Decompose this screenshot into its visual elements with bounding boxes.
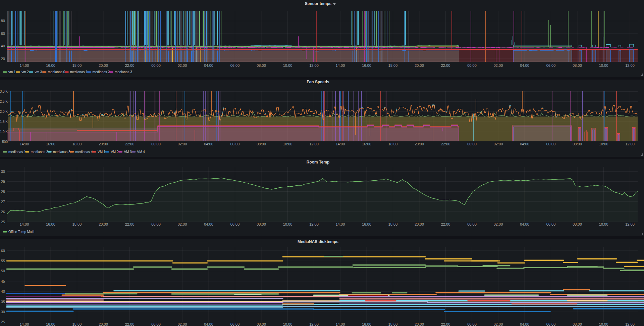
svg-text:60: 60 <box>1 249 5 253</box>
svg-text:00:00: 00:00 <box>151 142 161 146</box>
svg-text:30: 30 <box>1 310 5 314</box>
svg-text:22:00: 22:00 <box>441 322 450 326</box>
svg-text:14:00: 14:00 <box>20 142 29 146</box>
svg-text:Room Temp: Room Temp <box>307 160 329 165</box>
svg-text:1.0 K: 1.0 K <box>0 130 8 134</box>
svg-text:10:00: 10:00 <box>599 222 608 226</box>
svg-text:06:00: 06:00 <box>546 322 556 326</box>
svg-text:14:00: 14:00 <box>20 322 29 326</box>
svg-text:VM 4: VM 4 <box>137 150 145 154</box>
svg-text:35: 35 <box>1 300 5 304</box>
svg-text:40: 40 <box>1 44 5 48</box>
svg-text:04:00: 04:00 <box>204 63 213 67</box>
svg-text:medianas 0: medianas 0 <box>48 70 65 74</box>
svg-text:08:00: 08:00 <box>573 222 582 226</box>
svg-text:18:00: 18:00 <box>72 222 82 226</box>
svg-text:00:00: 00:00 <box>151 322 161 326</box>
svg-text:12:00: 12:00 <box>309 142 319 146</box>
svg-text:16:00: 16:00 <box>362 322 371 326</box>
svg-text:22:00: 22:00 <box>125 142 135 146</box>
svg-text:08:00: 08:00 <box>257 222 266 226</box>
svg-text:10:00: 10:00 <box>283 142 292 146</box>
svg-text:vm 2: vm 2 <box>21 70 29 74</box>
svg-text:06:00: 06:00 <box>230 142 240 146</box>
svg-text:50: 50 <box>1 269 5 273</box>
svg-text:04:00: 04:00 <box>204 222 213 226</box>
svg-text:25: 25 <box>1 220 5 224</box>
svg-text:10:00: 10:00 <box>283 63 292 67</box>
svg-text:12:00: 12:00 <box>309 63 319 67</box>
svg-text:04:00: 04:00 <box>520 142 529 146</box>
svg-text:08:00: 08:00 <box>573 322 582 326</box>
svg-text:14:00: 14:00 <box>336 63 345 67</box>
svg-text:20:00: 20:00 <box>415 222 424 226</box>
svg-text:medianas 4: medianas 4 <box>75 150 93 154</box>
svg-text:10:00: 10:00 <box>283 222 292 226</box>
svg-text:02:00: 02:00 <box>178 63 187 67</box>
svg-text:18:00: 18:00 <box>72 142 82 146</box>
svg-text:22:00: 22:00 <box>125 222 135 226</box>
svg-text:20:00: 20:00 <box>415 322 424 326</box>
svg-text:08:00: 08:00 <box>257 322 266 326</box>
svg-text:medianas 3: medianas 3 <box>53 150 70 154</box>
svg-text:80: 80 <box>1 19 5 23</box>
svg-text:medianas 2: medianas 2 <box>31 150 48 154</box>
svg-text:04:00: 04:00 <box>520 222 529 226</box>
svg-text:00:00: 00:00 <box>151 63 161 67</box>
svg-text:12:00: 12:00 <box>625 322 635 326</box>
svg-text:02:00: 02:00 <box>178 322 187 326</box>
svg-text:14:00: 14:00 <box>336 142 345 146</box>
svg-text:00:00: 00:00 <box>467 63 477 67</box>
svg-text:18:00: 18:00 <box>72 322 82 326</box>
svg-text:16:00: 16:00 <box>46 63 55 67</box>
svg-text:08:00: 08:00 <box>257 142 266 146</box>
svg-text:10:00: 10:00 <box>599 142 608 146</box>
svg-text:VM 3: VM 3 <box>124 150 132 154</box>
svg-text:60: 60 <box>1 32 5 36</box>
svg-text:20:00: 20:00 <box>415 63 424 67</box>
svg-text:08:00: 08:00 <box>573 142 582 146</box>
svg-text:18:00: 18:00 <box>72 63 82 67</box>
svg-text:25: 25 <box>1 320 5 324</box>
svg-text:20:00: 20:00 <box>99 322 108 326</box>
svg-text:16:00: 16:00 <box>46 222 55 226</box>
svg-text:28: 28 <box>1 190 5 194</box>
svg-text:medianas 3: medianas 3 <box>115 70 132 74</box>
svg-text:Office Temp Multi: Office Temp Multi <box>8 230 34 234</box>
svg-text:12:00: 12:00 <box>625 63 635 67</box>
svg-text:10:00: 10:00 <box>599 63 608 67</box>
svg-text:04:00: 04:00 <box>520 322 529 326</box>
svg-text:10:00: 10:00 <box>599 322 608 326</box>
svg-text:00:00: 00:00 <box>467 222 477 226</box>
svg-text:16:00: 16:00 <box>362 222 371 226</box>
svg-text:14:00: 14:00 <box>20 63 29 67</box>
svg-text:02:00: 02:00 <box>494 322 503 326</box>
svg-text:55: 55 <box>1 259 5 263</box>
svg-text:00:00: 00:00 <box>467 322 477 326</box>
svg-text:12:00: 12:00 <box>309 222 319 226</box>
svg-text:08:00: 08:00 <box>257 63 266 67</box>
svg-text:12:00: 12:00 <box>625 222 635 226</box>
svg-text:2.0 K: 2.0 K <box>0 110 8 113</box>
svg-text:12:00: 12:00 <box>309 322 319 326</box>
svg-text:medianas 1: medianas 1 <box>70 70 88 74</box>
svg-text:02:00: 02:00 <box>178 222 187 226</box>
svg-text:26: 26 <box>1 210 5 214</box>
svg-text:1.5 K: 1.5 K <box>0 120 8 124</box>
svg-text:medianas 1: medianas 1 <box>8 150 26 154</box>
svg-text:08:00: 08:00 <box>573 63 582 67</box>
svg-text:18:00: 18:00 <box>388 222 398 226</box>
svg-text:20:00: 20:00 <box>415 142 424 146</box>
svg-text:30: 30 <box>1 170 5 174</box>
svg-text:02:00: 02:00 <box>494 222 503 226</box>
svg-text:22:00: 22:00 <box>441 63 450 67</box>
svg-text:vm 1: vm 1 <box>8 70 16 74</box>
svg-text:medianas 2: medianas 2 <box>93 70 110 74</box>
svg-text:VM 1: VM 1 <box>98 150 106 154</box>
svg-text:04:00: 04:00 <box>520 63 529 67</box>
svg-text:02:00: 02:00 <box>178 142 187 146</box>
svg-text:16:00: 16:00 <box>362 142 371 146</box>
svg-text:02:00: 02:00 <box>494 142 503 146</box>
svg-text:18:00: 18:00 <box>388 142 398 146</box>
svg-text:06:00: 06:00 <box>230 222 240 226</box>
